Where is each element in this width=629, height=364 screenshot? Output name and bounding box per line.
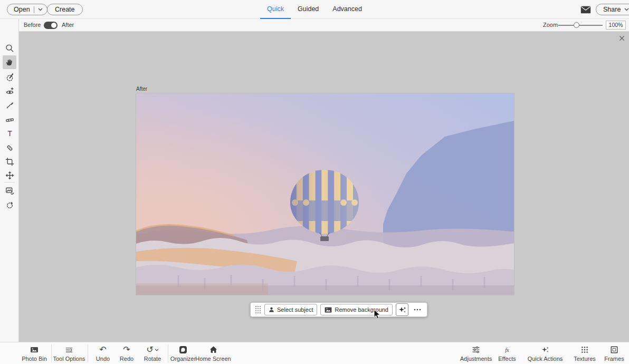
- mode-tabs: Quick Guided Advanced: [260, 0, 369, 19]
- mouse-cursor: [374, 309, 381, 320]
- home-icon: [208, 345, 218, 355]
- ai-sparkle-button[interactable]: [396, 303, 408, 316]
- type-tool[interactable]: T: [3, 127, 16, 140]
- tab-guided[interactable]: Guided: [291, 0, 326, 19]
- photo-motion-icon: [5, 186, 15, 196]
- share-button[interactable]: Share: [596, 4, 629, 15]
- textures-grid-icon: [580, 345, 589, 355]
- more-options-button[interactable]: [412, 304, 423, 315]
- open-button-divider: [34, 6, 34, 13]
- remove-background-button[interactable]: Remove background: [320, 304, 393, 315]
- zoom-label: Zoom: [543, 19, 558, 31]
- spot-healing-brush-tool[interactable]: [3, 140, 16, 154]
- taskbar: Photo Bin Tool Options ↶ Undo ↷ Redo ↺ R…: [0, 342, 629, 364]
- dashed-rotate-icon: [5, 200, 15, 210]
- tab-advanced[interactable]: Advanced: [326, 0, 369, 19]
- select-subject-label: Select subject: [277, 306, 313, 313]
- view-bar: Before After Zoom 100%: [19, 19, 629, 32]
- drag-handle[interactable]: [254, 305, 261, 314]
- crop-tool[interactable]: [3, 155, 16, 168]
- redo-icon: ↷: [123, 345, 130, 355]
- sparkles-icon: [398, 306, 406, 314]
- ellipsis-icon: [413, 308, 422, 311]
- select-subject-button[interactable]: Select subject: [264, 304, 317, 315]
- brush-icon: [5, 100, 15, 110]
- top-bar: Open Create Quick Guided Advanced Share: [0, 0, 629, 19]
- rotate-icon: ↺: [146, 346, 153, 354]
- photo-bin-icon: [29, 345, 40, 355]
- chevron-down-icon: [624, 8, 629, 11]
- photo-image: [136, 93, 514, 295]
- spin-tool[interactable]: [3, 198, 16, 212]
- tool-options-icon: [64, 345, 74, 355]
- chevron-down-icon[interactable]: [38, 8, 43, 11]
- type-icon: T: [5, 129, 15, 139]
- hand-tool[interactable]: [3, 55, 16, 69]
- tool-palette-divider: [4, 182, 15, 183]
- svg-text:fx: fx: [505, 347, 509, 353]
- toggle-knob: [51, 23, 56, 28]
- adjustments-icon: [471, 345, 481, 355]
- quick-selection-tool[interactable]: [3, 70, 16, 84]
- selection-brush-icon: [5, 72, 15, 82]
- taskbar-quick-actions[interactable]: Quick Actions: [524, 344, 566, 363]
- taskbar-home-screen[interactable]: Home Screen: [192, 344, 234, 363]
- frames-icon: [609, 345, 619, 355]
- before-after-toggle[interactable]: [44, 22, 58, 29]
- zoom-slider-track[interactable]: [558, 25, 603, 26]
- move-tool[interactable]: [3, 168, 16, 182]
- moving-photos-tool[interactable]: [3, 184, 16, 197]
- tab-quick[interactable]: Quick: [260, 0, 291, 19]
- organizer-icon: [178, 345, 188, 355]
- tool-palette: T: [0, 19, 19, 342]
- zoom-value-field[interactable]: 100%: [606, 21, 626, 30]
- quick-actions-sparkle-icon: [540, 345, 550, 355]
- mail-icon[interactable]: [580, 6, 591, 14]
- share-button-label: Share: [603, 6, 621, 13]
- person-icon: [269, 306, 274, 313]
- zoom-tool[interactable]: [3, 41, 16, 55]
- create-button[interactable]: Create: [47, 4, 83, 15]
- red-eye-removal-tool[interactable]: [3, 84, 16, 98]
- quick-actions-toolbar: Select subject Remove background: [250, 302, 427, 317]
- bandaid-icon: [5, 142, 15, 152]
- zoom-slider-thumb[interactable]: [574, 22, 579, 28]
- level-icon: [5, 114, 15, 124]
- close-icon[interactable]: [617, 34, 626, 42]
- move-icon: [5, 170, 15, 180]
- hand-icon: [5, 58, 15, 68]
- magnifier-icon: [5, 43, 15, 53]
- open-button[interactable]: Open: [7, 4, 47, 15]
- eye-plus-icon: [5, 87, 15, 97]
- straighten-tool[interactable]: [3, 112, 16, 126]
- taskbar-effects[interactable]: fx Effects: [486, 344, 528, 363]
- effects-fx-icon: fx: [502, 345, 512, 355]
- image-icon: [325, 307, 332, 313]
- before-label: Before: [24, 19, 41, 31]
- taskbar-frames[interactable]: Frames: [593, 344, 629, 363]
- svg-text:T: T: [7, 129, 12, 138]
- crop-icon: [5, 157, 15, 167]
- open-button-label: Open: [14, 6, 30, 13]
- chevron-down-icon: [155, 349, 159, 351]
- whiten-teeth-tool[interactable]: [3, 98, 16, 112]
- image-after-label: After: [136, 86, 147, 92]
- after-label: After: [62, 19, 74, 31]
- create-button-label: Create: [55, 6, 75, 13]
